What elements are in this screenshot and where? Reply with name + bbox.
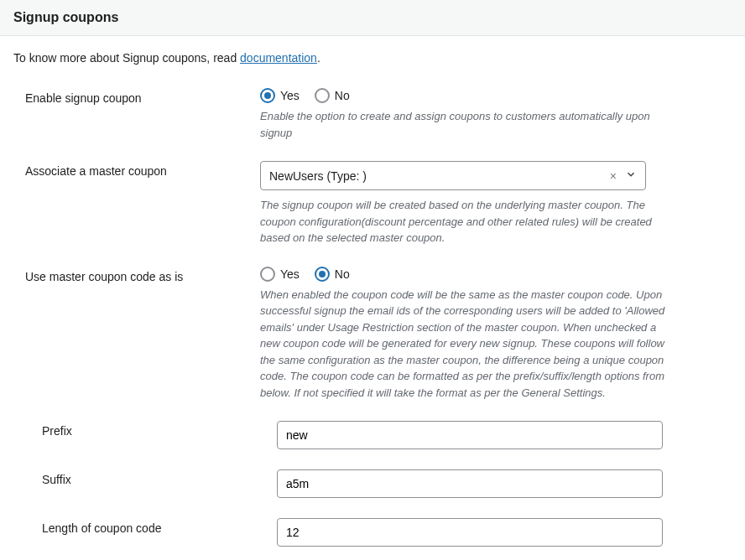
use-as-is-no-label: No xyxy=(335,267,350,281)
prefix-field xyxy=(277,421,745,449)
intro-text: To know more about Signup coupons, read … xyxy=(0,36,745,71)
enable-yes-radio[interactable] xyxy=(260,88,275,103)
use-as-is-radios: Yes No xyxy=(260,267,669,282)
prefix-label: Prefix xyxy=(17,421,277,438)
chevron-down-icon[interactable] xyxy=(625,169,637,183)
row-prefix: Prefix xyxy=(0,411,745,459)
use-as-is-yes-option[interactable]: Yes xyxy=(260,267,300,282)
page-header: Signup coupons xyxy=(0,0,745,36)
row-use-as-is: Use master coupon code as is Yes No When… xyxy=(0,257,745,412)
row-master-coupon: Associate a master coupon NewUsers (Type… xyxy=(0,151,745,257)
enable-yes-option[interactable]: Yes xyxy=(260,88,300,103)
master-coupon-field: NewUsers (Type: ) × The signup coupon wi… xyxy=(260,161,745,246)
documentation-link[interactable]: documentation xyxy=(240,51,317,65)
enable-no-option[interactable]: No xyxy=(315,88,350,103)
master-coupon-label: Associate a master coupon xyxy=(0,161,260,178)
prefix-input[interactable] xyxy=(277,421,663,449)
master-coupon-select[interactable]: NewUsers (Type: ) × xyxy=(260,161,646,190)
master-coupon-value: NewUsers (Type: ) xyxy=(269,169,367,183)
intro-prefix: To know more about Signup coupons, read xyxy=(13,51,240,65)
use-as-is-desc: When enabled the coupon code will be the… xyxy=(260,287,669,402)
enable-signup-radios: Yes No xyxy=(260,88,669,103)
row-suffix: Suffix xyxy=(0,459,745,508)
suffix-label: Suffix xyxy=(17,469,277,486)
use-as-is-yes-label: Yes xyxy=(280,267,300,281)
intro-suffix: . xyxy=(317,51,320,65)
enable-signup-label: Enable signup coupon xyxy=(0,88,260,105)
length-label: Length of coupon code xyxy=(17,518,277,535)
enable-signup-desc: Enable the option to create and assign c… xyxy=(260,108,669,141)
length-input[interactable] xyxy=(277,518,663,547)
row-length: Length of coupon code xyxy=(0,508,745,557)
length-field xyxy=(277,518,745,547)
suffix-input[interactable] xyxy=(277,469,663,498)
use-as-is-label: Use master coupon code as is xyxy=(0,267,260,283)
suffix-field xyxy=(277,469,745,498)
settings-form: Enable signup coupon Yes No Enable the o… xyxy=(0,71,745,560)
use-as-is-no-option[interactable]: No xyxy=(315,267,350,282)
enable-yes-label: Yes xyxy=(280,89,300,102)
row-enable-signup: Enable signup coupon Yes No Enable the o… xyxy=(0,78,745,151)
master-coupon-desc: The signup coupon will be created based … xyxy=(260,197,669,246)
use-as-is-no-radio[interactable] xyxy=(315,267,330,282)
clear-icon[interactable]: × xyxy=(610,169,617,183)
enable-signup-field: Yes No Enable the option to create and a… xyxy=(260,88,745,141)
enable-no-radio[interactable] xyxy=(315,88,330,103)
use-as-is-field: Yes No When enabled the coupon code will… xyxy=(260,267,745,402)
select-controls: × xyxy=(610,169,637,183)
page-title: Signup coupons xyxy=(13,10,732,25)
use-as-is-yes-radio[interactable] xyxy=(260,267,275,282)
enable-no-label: No xyxy=(335,89,350,102)
